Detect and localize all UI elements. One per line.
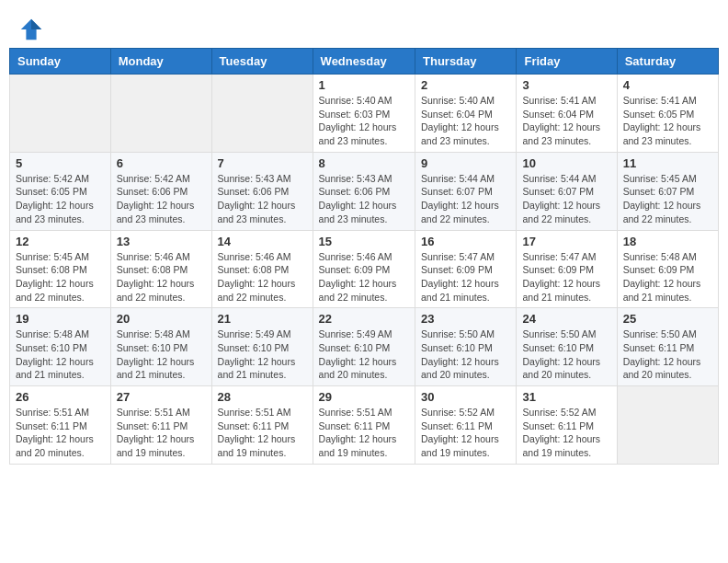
calendar-cell: 20Sunrise: 5:48 AM Sunset: 6:10 PM Dayli… <box>110 308 211 386</box>
day-info: Sunrise: 5:44 AM Sunset: 6:07 PM Dayligh… <box>421 172 510 226</box>
calendar-cell: 24Sunrise: 5:50 AM Sunset: 6:10 PM Dayli… <box>517 308 617 386</box>
day-info: Sunrise: 5:45 AM Sunset: 6:07 PM Dayligh… <box>623 172 712 226</box>
day-number: 9 <box>421 156 510 170</box>
day-number: 26 <box>16 390 105 404</box>
day-info: Sunrise: 5:41 AM Sunset: 6:05 PM Dayligh… <box>623 94 712 148</box>
day-number: 20 <box>117 312 206 326</box>
day-number: 16 <box>421 235 510 248</box>
day-info: Sunrise: 5:46 AM Sunset: 6:08 PM Dayligh… <box>117 250 206 304</box>
day-number: 24 <box>522 312 610 326</box>
day-header-wednesday: Wednesday <box>313 49 415 75</box>
calendar-cell: 2Sunrise: 5:40 AM Sunset: 6:04 PM Daylig… <box>415 75 517 153</box>
day-number: 12 <box>16 235 105 248</box>
day-header-monday: Monday <box>110 49 211 75</box>
calendar-cell: 31Sunrise: 5:52 AM Sunset: 6:11 PM Dayli… <box>517 386 617 465</box>
calendar-cell: 16Sunrise: 5:47 AM Sunset: 6:09 PM Dayli… <box>415 230 517 308</box>
day-number: 22 <box>319 312 409 326</box>
logo <box>18 17 48 42</box>
calendar-cell: 1Sunrise: 5:40 AM Sunset: 6:03 PM Daylig… <box>313 75 415 153</box>
day-number: 30 <box>421 390 510 404</box>
calendar-cell: 21Sunrise: 5:49 AM Sunset: 6:10 PM Dayli… <box>211 308 313 386</box>
day-number: 11 <box>623 156 712 170</box>
calendar-cell <box>110 75 211 153</box>
day-info: Sunrise: 5:42 AM Sunset: 6:05 PM Dayligh… <box>16 172 105 226</box>
calendar-week-row: 1Sunrise: 5:40 AM Sunset: 6:03 PM Daylig… <box>10 75 719 153</box>
calendar-cell <box>10 75 111 153</box>
calendar-cell: 19Sunrise: 5:48 AM Sunset: 6:10 PM Dayli… <box>10 308 111 386</box>
calendar-week-row: 5Sunrise: 5:42 AM Sunset: 6:05 PM Daylig… <box>10 152 719 230</box>
calendar-cell: 6Sunrise: 5:42 AM Sunset: 6:06 PM Daylig… <box>110 152 211 230</box>
day-number: 6 <box>117 156 206 170</box>
day-info: Sunrise: 5:46 AM Sunset: 6:08 PM Dayligh… <box>218 250 307 304</box>
day-number: 29 <box>319 390 409 404</box>
day-number: 25 <box>623 312 712 326</box>
day-info: Sunrise: 5:49 AM Sunset: 6:10 PM Dayligh… <box>319 327 409 382</box>
day-info: Sunrise: 5:48 AM Sunset: 6:09 PM Dayligh… <box>623 250 712 304</box>
day-info: Sunrise: 5:45 AM Sunset: 6:08 PM Dayligh… <box>16 250 105 304</box>
calendar-cell: 28Sunrise: 5:51 AM Sunset: 6:11 PM Dayli… <box>211 386 313 465</box>
day-number: 14 <box>218 235 307 248</box>
day-number: 3 <box>522 78 610 92</box>
day-header-saturday: Saturday <box>617 49 718 75</box>
calendar-cell: 15Sunrise: 5:46 AM Sunset: 6:09 PM Dayli… <box>313 230 415 308</box>
day-number: 5 <box>16 156 105 170</box>
day-info: Sunrise: 5:51 AM Sunset: 6:11 PM Dayligh… <box>319 406 409 460</box>
day-info: Sunrise: 5:51 AM Sunset: 6:11 PM Dayligh… <box>117 406 206 460</box>
calendar-table: SundayMondayTuesdayWednesdayThursdayFrid… <box>9 48 719 465</box>
day-number: 18 <box>623 235 712 248</box>
calendar-week-row: 26Sunrise: 5:51 AM Sunset: 6:11 PM Dayli… <box>10 386 719 465</box>
day-info: Sunrise: 5:52 AM Sunset: 6:11 PM Dayligh… <box>421 406 510 460</box>
calendar-cell: 27Sunrise: 5:51 AM Sunset: 6:11 PM Dayli… <box>110 386 211 465</box>
calendar-cell: 3Sunrise: 5:41 AM Sunset: 6:04 PM Daylig… <box>517 75 617 153</box>
calendar-cell: 29Sunrise: 5:51 AM Sunset: 6:11 PM Dayli… <box>313 386 415 465</box>
day-info: Sunrise: 5:49 AM Sunset: 6:10 PM Dayligh… <box>218 327 307 382</box>
day-info: Sunrise: 5:46 AM Sunset: 6:09 PM Dayligh… <box>319 250 409 304</box>
calendar-cell: 26Sunrise: 5:51 AM Sunset: 6:11 PM Dayli… <box>10 386 111 465</box>
calendar-cell: 14Sunrise: 5:46 AM Sunset: 6:08 PM Dayli… <box>211 230 313 308</box>
calendar-cell: 18Sunrise: 5:48 AM Sunset: 6:09 PM Dayli… <box>617 230 718 308</box>
calendar-cell: 8Sunrise: 5:43 AM Sunset: 6:06 PM Daylig… <box>313 152 415 230</box>
calendar-cell: 11Sunrise: 5:45 AM Sunset: 6:07 PM Dayli… <box>617 152 718 230</box>
day-number: 2 <box>421 78 510 92</box>
day-number: 19 <box>16 312 105 326</box>
day-info: Sunrise: 5:40 AM Sunset: 6:03 PM Dayligh… <box>319 94 409 148</box>
day-info: Sunrise: 5:42 AM Sunset: 6:06 PM Dayligh… <box>117 172 206 226</box>
day-header-tuesday: Tuesday <box>211 49 313 75</box>
calendar-cell: 9Sunrise: 5:44 AM Sunset: 6:07 PM Daylig… <box>415 152 517 230</box>
day-info: Sunrise: 5:40 AM Sunset: 6:04 PM Dayligh… <box>421 94 510 148</box>
calendar-cell: 25Sunrise: 5:50 AM Sunset: 6:11 PM Dayli… <box>617 308 718 386</box>
day-number: 8 <box>319 156 409 170</box>
calendar-cell <box>617 386 718 465</box>
day-info: Sunrise: 5:44 AM Sunset: 6:07 PM Dayligh… <box>522 172 610 226</box>
day-number: 4 <box>623 78 712 92</box>
day-info: Sunrise: 5:41 AM Sunset: 6:04 PM Dayligh… <box>522 94 610 148</box>
svg-marker-1 <box>31 19 41 29</box>
calendar-week-row: 12Sunrise: 5:45 AM Sunset: 6:08 PM Dayli… <box>10 230 719 308</box>
calendar-cell: 17Sunrise: 5:47 AM Sunset: 6:09 PM Dayli… <box>517 230 617 308</box>
calendar-cell: 7Sunrise: 5:43 AM Sunset: 6:06 PM Daylig… <box>211 152 313 230</box>
calendar-cell: 5Sunrise: 5:42 AM Sunset: 6:05 PM Daylig… <box>10 152 111 230</box>
calendar-header-row: SundayMondayTuesdayWednesdayThursdayFrid… <box>10 49 719 75</box>
calendar-cell: 4Sunrise: 5:41 AM Sunset: 6:05 PM Daylig… <box>617 75 718 153</box>
calendar-week-row: 19Sunrise: 5:48 AM Sunset: 6:10 PM Dayli… <box>10 308 719 386</box>
day-info: Sunrise: 5:43 AM Sunset: 6:06 PM Dayligh… <box>218 172 307 226</box>
day-info: Sunrise: 5:47 AM Sunset: 6:09 PM Dayligh… <box>522 250 610 304</box>
day-number: 27 <box>117 390 206 404</box>
day-header-sunday: Sunday <box>10 49 111 75</box>
day-info: Sunrise: 5:52 AM Sunset: 6:11 PM Dayligh… <box>522 406 610 460</box>
calendar-cell: 23Sunrise: 5:50 AM Sunset: 6:10 PM Dayli… <box>415 308 517 386</box>
logo-icon <box>18 17 44 42</box>
calendar-cell: 13Sunrise: 5:46 AM Sunset: 6:08 PM Dayli… <box>110 230 211 308</box>
day-info: Sunrise: 5:48 AM Sunset: 6:10 PM Dayligh… <box>117 327 206 382</box>
calendar-cell: 22Sunrise: 5:49 AM Sunset: 6:10 PM Dayli… <box>313 308 415 386</box>
calendar-cell: 12Sunrise: 5:45 AM Sunset: 6:08 PM Dayli… <box>10 230 111 308</box>
day-header-thursday: Thursday <box>415 49 517 75</box>
day-number: 17 <box>522 235 610 248</box>
day-info: Sunrise: 5:51 AM Sunset: 6:11 PM Dayligh… <box>16 406 105 460</box>
day-info: Sunrise: 5:48 AM Sunset: 6:10 PM Dayligh… <box>16 327 105 382</box>
day-number: 1 <box>319 78 409 92</box>
day-info: Sunrise: 5:51 AM Sunset: 6:11 PM Dayligh… <box>218 406 307 460</box>
day-number: 23 <box>421 312 510 326</box>
calendar-cell: 10Sunrise: 5:44 AM Sunset: 6:07 PM Dayli… <box>517 152 617 230</box>
day-number: 7 <box>218 156 307 170</box>
